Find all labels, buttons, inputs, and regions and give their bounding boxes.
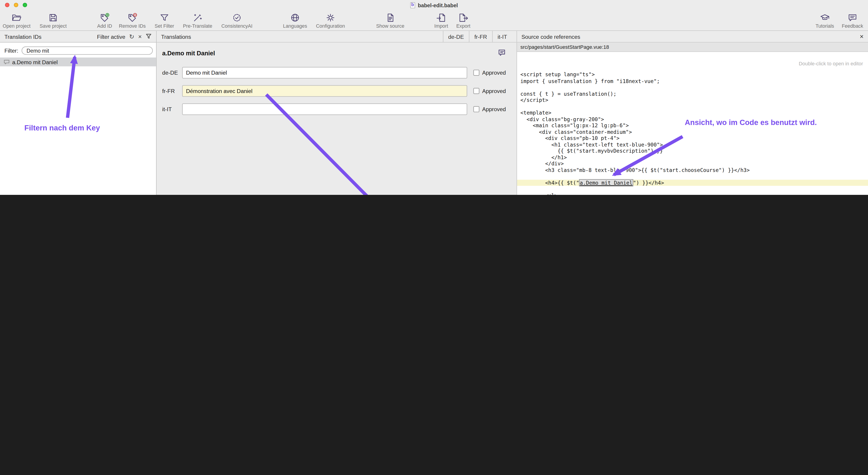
refresh-icon[interactable]: ↻ xyxy=(129,33,134,39)
code-line[interactable]: <h1 class="text-left text-blue-900"> xyxy=(517,141,868,148)
source-file-reference[interactable]: src/pages/start/GuestStartPage.vue:18 xyxy=(517,43,868,52)
consistency-icon xyxy=(232,12,242,23)
code-line[interactable]: </h1> xyxy=(517,154,868,160)
filter-input[interactable] xyxy=(22,46,153,55)
language-tab-it-IT[interactable]: it-IT xyxy=(492,31,512,42)
highlighted-translation-key[interactable]: a.Demo mit Daniel xyxy=(579,179,633,186)
code-line[interactable]: const { t } = useTranslation(); xyxy=(517,91,868,97)
toolbar-label: Pre-Translate xyxy=(183,23,212,29)
code-line[interactable]: <div class="pb-10 pt-4"> xyxy=(517,135,868,141)
toolbar-label: Add ID xyxy=(97,23,112,29)
code-line[interactable]: <script setup lang="ts"> xyxy=(517,71,868,77)
source-code: <script setup lang="ts">import { useTran… xyxy=(517,71,868,195)
approved-checkbox-it-IT[interactable] xyxy=(473,106,479,112)
translation-row-it-IT: it-IT Approved xyxy=(162,103,506,115)
code-line[interactable] xyxy=(517,173,868,179)
code-line[interactable] xyxy=(517,186,868,192)
code-line[interactable]: import { useTranslation } from "i18next-… xyxy=(517,77,868,84)
code-line[interactable]: </div> xyxy=(517,160,868,167)
comment-bubble-icon xyxy=(4,59,9,65)
toolbar-label: ConsistencyAI xyxy=(221,23,252,29)
approved-checkbox-fr-FR[interactable] xyxy=(473,88,479,94)
document-icon: b xyxy=(410,2,415,8)
translation-id-list-item[interactable]: a.Demo mit Daniel xyxy=(0,58,156,66)
annotation-filter-key: Filtern nach dem Key xyxy=(24,124,100,132)
toolbar-pre-translate[interactable]: Pre-Translate xyxy=(178,12,217,29)
wand-icon xyxy=(193,12,203,23)
annotation-source-usage: Ansicht, wo im Code es benutzt wird. xyxy=(685,118,817,127)
code-line[interactable]: <div class="container-medium"> xyxy=(517,129,868,135)
toolbar-open-project[interactable]: Open project xyxy=(0,12,36,29)
globe-icon xyxy=(290,12,300,23)
toolbar-label: Open project xyxy=(3,23,31,29)
translations-panel: Translations de-DE fr-FR it-IT a.Demo mi… xyxy=(157,31,517,195)
code-line[interactable]: <template> xyxy=(517,109,868,116)
toolbar-label: Tutorials xyxy=(815,23,834,29)
titlebar: b babel-edit.babel xyxy=(0,0,868,10)
close-panel-icon[interactable]: × xyxy=(860,33,864,40)
filter-label: Filter: xyxy=(4,48,19,54)
translation-input-de-DE[interactable] xyxy=(182,67,467,78)
entry-comment-icon[interactable] xyxy=(498,49,505,59)
toolbar-save-project[interactable]: Save project xyxy=(34,12,73,29)
source-references-panel: Source code references × src/pages/start… xyxy=(517,31,868,195)
code-line[interactable]: <h3 class="mb-8 text-blue-900">{{ $t("st… xyxy=(517,167,868,173)
feedback-icon xyxy=(847,12,858,23)
approved-checkbox-de-DE[interactable] xyxy=(473,70,479,76)
translation-id-label: a.Demo mit Daniel xyxy=(12,59,58,65)
toolbar-label: Configuration xyxy=(316,23,345,29)
toolbar-label: Languages xyxy=(283,23,307,29)
folder-open-icon xyxy=(11,12,22,23)
clear-filter-icon[interactable]: × xyxy=(138,33,142,39)
toolbar-label: Feedback xyxy=(842,23,863,29)
toolbar-label: Remove IDs xyxy=(119,23,146,29)
save-icon xyxy=(48,12,58,23)
source-references-title: Source code references xyxy=(521,33,580,39)
toolbar-feedback[interactable]: Feedback xyxy=(833,12,868,29)
translation-row-fr-FR: fr-FR Approved xyxy=(162,85,506,97)
code-line[interactable] xyxy=(517,103,868,109)
toolbar-show-source[interactable]: Show source xyxy=(371,12,410,29)
translation-ids-title: Translation IDs xyxy=(4,33,41,39)
toolbar-consistencyai[interactable]: ConsistencyAI xyxy=(217,12,256,29)
tag-minus-icon xyxy=(127,12,137,23)
source-document-icon xyxy=(385,12,395,23)
translations-header: Translations de-DE fr-FR it-IT xyxy=(157,31,517,43)
code-line[interactable] xyxy=(517,84,868,91)
filter-funnel-icon[interactable] xyxy=(146,33,152,40)
toolbar-languages[interactable]: Languages xyxy=(276,12,315,29)
translation-input-it-IT[interactable] xyxy=(182,103,467,115)
translation-row-de-DE: de-DE Approved xyxy=(162,67,506,78)
source-references-header: Source code references × xyxy=(517,31,868,43)
filter-active-label: Filter active xyxy=(97,33,125,39)
gear-icon xyxy=(326,12,336,23)
toolbar-configuration[interactable]: Configuration xyxy=(311,12,350,29)
approved-label: Approved xyxy=(482,106,506,112)
translation-ids-header: Translation IDs Filter active ↻ × xyxy=(0,31,156,43)
toolbar: Open projectSave projectAdd IDRemove IDs… xyxy=(0,10,868,31)
toolbar-set-filter[interactable]: Set Filter xyxy=(145,12,184,29)
window-title: babel-edit.babel xyxy=(418,2,458,8)
approved-label: Approved xyxy=(482,70,506,76)
code-line-highlighted[interactable]: <h4>{{ $t("a.Demo mit Daniel") }}</h4> xyxy=(517,179,868,186)
language-tab-de-DE[interactable]: de-DE xyxy=(443,31,469,42)
toolbar-label: Set Filter xyxy=(155,23,174,29)
toolbar-label: Show source xyxy=(376,23,404,29)
translations-title: Translations xyxy=(161,33,191,39)
workspace: Translation IDs Filter active ↻ × Filter… xyxy=(0,31,868,195)
approved-label: Approved xyxy=(482,88,506,94)
code-line[interactable]: </script> xyxy=(517,97,868,103)
lang-label: fr-FR xyxy=(162,88,182,94)
tag-plus-icon xyxy=(100,12,110,23)
entry-title: a.Demo mit Daniel xyxy=(162,50,215,56)
tutorials-icon xyxy=(820,12,830,23)
toolbar-export[interactable]: Export xyxy=(444,12,483,29)
funnel-icon xyxy=(159,12,169,23)
code-line[interactable]: <ul> xyxy=(517,192,868,195)
editor-hint: Double-click to open in editor xyxy=(799,61,863,66)
code-line[interactable]: {{ $t("start.myvbvDescription") }} xyxy=(517,148,868,154)
translation-input-fr-FR[interactable] xyxy=(182,85,467,97)
translation-editor: a.Demo mit Daniel de-DE Approved fr-FR xyxy=(157,43,517,195)
language-tab-fr-FR[interactable]: fr-FR xyxy=(469,31,492,42)
lang-label: de-DE xyxy=(162,70,182,76)
